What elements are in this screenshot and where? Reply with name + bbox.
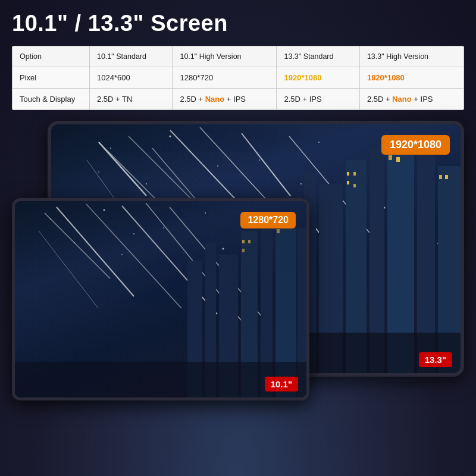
svg-point-50	[104, 209, 105, 211]
svg-rect-44	[389, 155, 392, 160]
svg-rect-33	[346, 160, 367, 373]
svg-rect-66	[187, 261, 202, 397]
tablet-small: 1280*720 10.1"	[12, 198, 309, 400]
svg-point-51	[163, 227, 164, 228]
content-wrapper: 10.1" / 13.3" Screen Option 10.1" Standa…	[0, 0, 476, 406]
header-101-high: 10.1" High Version	[173, 46, 277, 67]
svg-rect-41	[353, 184, 356, 187]
svg-line-62	[122, 206, 217, 314]
pixel-label: Pixel	[12, 67, 90, 89]
svg-rect-39	[353, 172, 356, 176]
svg-rect-75	[242, 249, 245, 252]
svg-rect-35	[387, 136, 414, 373]
svg-point-58	[276, 236, 277, 237]
svg-point-12	[300, 183, 302, 184]
table-row-touch: Touch & Display 2.5D + TN 2.5D + Nano + …	[12, 89, 464, 110]
svg-rect-36	[417, 154, 435, 373]
page-title: 10.1" / 13.3" Screen	[12, 11, 464, 36]
header-133-high: 13.3" High Version	[359, 46, 464, 67]
svg-point-9	[408, 195, 409, 196]
svg-rect-74	[248, 240, 250, 243]
svg-rect-32	[319, 184, 343, 373]
svg-point-55	[133, 233, 134, 234]
svg-rect-72	[298, 228, 306, 397]
tablet-area: 1920*1080 13.3"	[12, 121, 464, 400]
header-option: Option	[12, 46, 90, 67]
svg-rect-68	[219, 255, 238, 397]
svg-point-4	[378, 154, 380, 155]
svg-line-59	[45, 213, 110, 278]
header-101-std: 10.1" Standard	[90, 46, 173, 67]
svg-point-5	[98, 171, 99, 173]
svg-rect-80	[15, 201, 306, 397]
svg-point-8	[360, 177, 361, 178]
svg-rect-67	[205, 243, 216, 397]
svg-point-18	[384, 207, 386, 209]
svg-line-63	[146, 203, 241, 320]
svg-point-3	[318, 142, 320, 143]
svg-rect-70	[261, 222, 273, 397]
header-133-std: 13.3" Standard	[277, 46, 359, 67]
small-screen: 1280*720 10.1"	[15, 201, 306, 397]
small-res-badge: 1280*720	[240, 212, 296, 228]
large-size-badge: 13.3"	[419, 352, 452, 367]
pixel-133-std: 1920*1080	[277, 67, 359, 89]
large-res-badge: 1920*1080	[381, 135, 450, 155]
svg-point-13	[336, 219, 337, 220]
svg-point-56	[121, 254, 123, 255]
touch-101-high: 2.5D + Nano + IPS	[173, 89, 277, 110]
svg-rect-78	[277, 229, 280, 233]
side-btn-s1	[12, 283, 12, 297]
svg-point-0	[110, 148, 111, 149]
svg-rect-73	[242, 240, 245, 243]
svg-point-2	[259, 159, 260, 161]
side-buttons-small	[12, 283, 12, 316]
touch-133-std: 2.5D + IPS	[277, 89, 359, 110]
svg-point-49	[50, 218, 51, 220]
small-size-badge: 10.1"	[265, 377, 298, 392]
svg-rect-45	[396, 157, 400, 162]
svg-rect-71	[275, 213, 296, 397]
svg-line-64	[39, 231, 98, 308]
meteor-svg-small	[15, 201, 306, 397]
svg-rect-38	[347, 172, 349, 176]
svg-point-7	[217, 165, 218, 167]
svg-point-19	[437, 243, 439, 244]
side-btn-s2	[12, 302, 12, 316]
svg-point-57	[223, 248, 224, 250]
touch-101-std: 2.5D + TN	[90, 89, 173, 110]
svg-line-61	[86, 204, 181, 308]
svg-point-14	[419, 165, 421, 167]
svg-rect-37	[438, 166, 461, 373]
pixel-133-high: 1920*1080	[359, 67, 464, 89]
pixel-101-std: 1024*600	[90, 67, 173, 89]
pixel-101-high: 1280*720	[173, 67, 277, 89]
svg-rect-40	[347, 181, 349, 184]
svg-point-54	[74, 242, 75, 243]
table-header-row: Option 10.1" Standard 10.1" High Version…	[12, 46, 464, 67]
svg-rect-69	[241, 231, 258, 397]
svg-point-1	[170, 136, 171, 137]
svg-rect-46	[439, 175, 442, 179]
touch-label: Touch & Display	[12, 89, 90, 110]
svg-rect-79	[15, 362, 306, 397]
table-row-pixel: Pixel 1024*600 1280*720 1920*1080 1920*1…	[12, 67, 464, 89]
svg-line-60	[57, 207, 134, 296]
touch-133-high: 2.5D + Nano + IPS	[359, 89, 464, 110]
svg-rect-34	[369, 148, 384, 373]
svg-point-6	[146, 183, 147, 184]
spec-table: Option 10.1" Standard 10.1" High Version…	[12, 46, 464, 110]
svg-line-21	[99, 142, 146, 196]
svg-point-52	[205, 212, 206, 214]
svg-rect-47	[445, 175, 448, 179]
